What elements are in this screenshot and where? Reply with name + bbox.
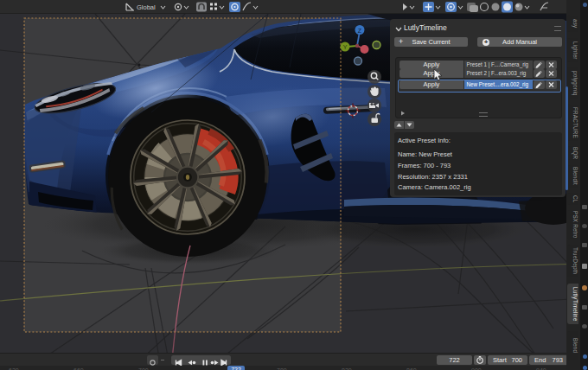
svg-text:Global: Global (137, 3, 156, 11)
svg-text:Z: Z (358, 28, 362, 34)
svg-text:Y: Y (343, 44, 348, 50)
